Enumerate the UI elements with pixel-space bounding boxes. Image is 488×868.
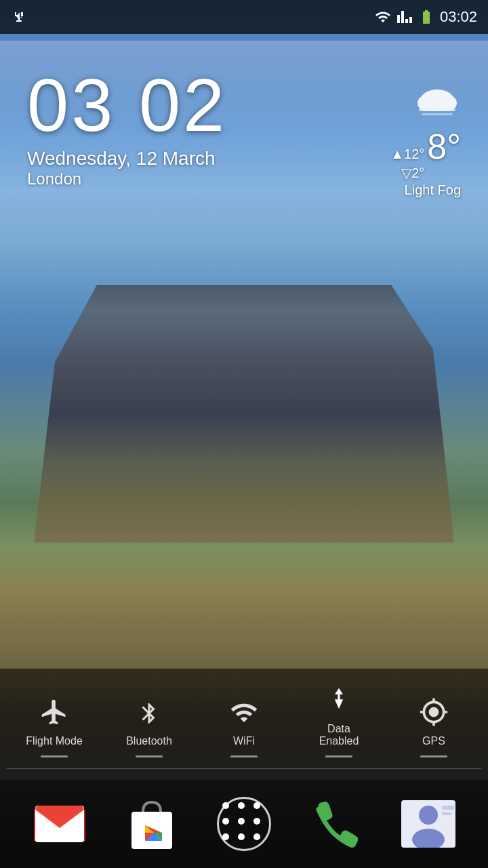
gps-indicator xyxy=(420,755,447,757)
gps-label: GPS xyxy=(422,735,445,747)
bluetooth-label: Bluetooth xyxy=(126,735,172,747)
status-right-icons: 03:02 xyxy=(375,8,477,26)
dot xyxy=(238,802,245,809)
people-icon xyxy=(401,800,455,848)
status-time: 03:02 xyxy=(440,8,477,26)
dot xyxy=(253,802,260,809)
dot xyxy=(222,833,229,840)
dock-item-phone[interactable] xyxy=(302,790,370,858)
dot xyxy=(222,802,229,809)
data-label: DataEnabled xyxy=(319,723,359,747)
quick-settings-row: Flight Mode Bluetooth WiFi xyxy=(7,682,481,757)
wifi-indicator xyxy=(230,755,258,757)
flight-mode-icon xyxy=(39,697,69,730)
wifi-icon xyxy=(228,698,260,730)
weather-widget: ▲12° ▽2° 8° Light Fog xyxy=(390,81,461,198)
dot xyxy=(238,833,245,840)
dock xyxy=(0,780,488,868)
status-left-icons xyxy=(11,9,27,25)
gmail-icon xyxy=(34,804,85,844)
dock-item-gmail[interactable] xyxy=(26,790,94,858)
svg-rect-14 xyxy=(442,806,454,810)
dock-item-play-store[interactable] xyxy=(118,790,186,858)
play-store-icon xyxy=(128,797,176,851)
mesa-landscape xyxy=(34,285,454,542)
wifi-label: WiFi xyxy=(233,735,255,747)
usb-icon xyxy=(11,9,27,25)
bluetooth-indicator xyxy=(136,755,163,757)
weather-temp-range: ▲12° ▽2° xyxy=(390,144,424,182)
quick-setting-wifi[interactable]: WiFi xyxy=(203,698,285,757)
quick-setting-bluetooth[interactable]: Bluetooth xyxy=(108,697,190,757)
quick-setting-data[interactable]: DataEnabled xyxy=(298,682,380,757)
data-indicator xyxy=(325,755,352,757)
quick-settings-panel: Flight Mode Bluetooth WiFi xyxy=(0,669,488,780)
weather-current-temp: 8° xyxy=(427,126,461,167)
data-enabled-icon xyxy=(327,682,351,717)
quick-setting-gps[interactable]: GPS xyxy=(393,697,474,757)
phone-icon xyxy=(314,800,358,848)
svg-rect-4 xyxy=(422,113,453,115)
weather-high: ▲12° xyxy=(390,144,424,163)
wifi-status-icon xyxy=(375,9,391,25)
signal-icon xyxy=(396,9,413,25)
dot xyxy=(253,833,260,840)
dock-item-people[interactable] xyxy=(394,790,462,858)
dot xyxy=(238,818,245,825)
battery-icon xyxy=(418,9,434,25)
dock-item-app-drawer[interactable] xyxy=(210,790,278,858)
dot xyxy=(222,818,229,825)
svg-point-12 xyxy=(419,806,438,825)
gps-icon xyxy=(418,697,450,730)
flight-mode-indicator xyxy=(41,755,68,757)
grid-dots xyxy=(222,802,266,846)
quick-settings-separator xyxy=(7,768,481,769)
bluetooth-icon xyxy=(137,697,161,730)
weather-low: ▽2° xyxy=(390,163,424,182)
quick-setting-flight-mode[interactable]: Flight Mode xyxy=(14,697,95,757)
weather-description: Light Fog xyxy=(390,182,461,198)
flight-mode-label: Flight Mode xyxy=(26,735,83,747)
status-bar: 03:02 xyxy=(0,0,488,34)
weather-condition-icon xyxy=(390,81,461,126)
svg-rect-15 xyxy=(442,812,451,815)
dot xyxy=(253,818,260,825)
svg-rect-3 xyxy=(419,108,455,111)
weather-temp-row: ▲12° ▽2° 8° xyxy=(390,126,461,182)
app-drawer-button[interactable] xyxy=(217,797,271,851)
